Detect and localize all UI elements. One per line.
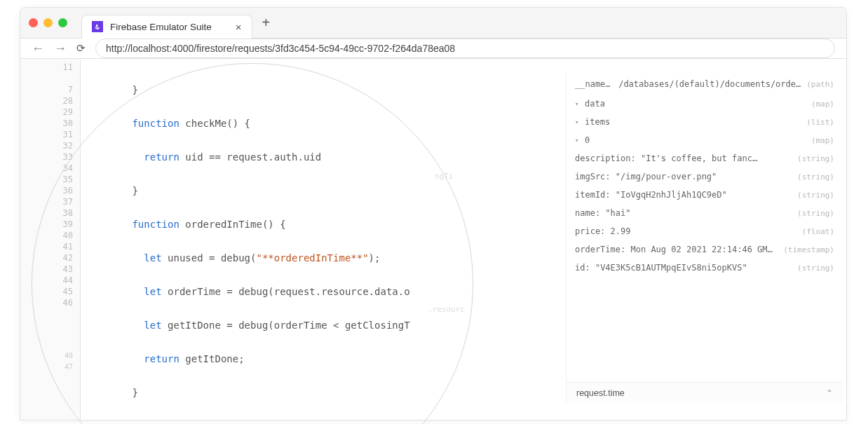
truncated-text: .resourc — [428, 304, 465, 315]
info-row-price[interactable]: price: 2.99 (float) — [567, 222, 843, 240]
forward-button[interactable]: → — [54, 41, 67, 56]
new-tab-button[interactable]: + — [262, 15, 271, 31]
info-row-name[interactable]: __name__: /databases/(default)/documents… — [567, 74, 843, 95]
request-time-section-header[interactable]: request.time ⌃ — [567, 382, 843, 403]
url-text: http://localhost:4000/firestore/requests… — [106, 43, 455, 54]
code-gutter: 117282930313233343536—373839404142434445… — [20, 59, 81, 420]
tab-bar: Firebase Emulator Suite × + — [20, 8, 846, 39]
firebase-favicon — [92, 21, 103, 32]
window-close-button[interactable] — [29, 18, 38, 27]
chevron-down-icon[interactable] — [575, 135, 582, 144]
tab-close-icon[interactable]: × — [236, 21, 242, 33]
address-bar: ← → ⟳ http://localhost:4000/firestore/re… — [20, 39, 846, 59]
info-row-index0[interactable]: 0 (map) — [567, 131, 843, 149]
chevron-down-icon[interactable] — [575, 99, 582, 108]
url-input[interactable]: http://localhost:4000/firestore/requests… — [95, 39, 835, 58]
window-zoom-button[interactable] — [58, 18, 67, 27]
reload-button[interactable]: ⟳ — [76, 42, 86, 55]
info-row-data[interactable]: data (map) — [567, 95, 843, 113]
info-row-imgsrc[interactable]: imgSrc: "/img/pour-over.png" (string) — [567, 167, 843, 186]
browser-tab[interactable]: Firebase Emulator Suite × — [81, 15, 252, 39]
chevron-down-icon[interactable] — [575, 117, 582, 126]
info-row-ordertime[interactable]: orderTime: Mon Aug 02 2021 22:14:46 GM… … — [567, 240, 843, 259]
info-row-description[interactable]: description: "It's coffee, but fanc… (st… — [567, 149, 843, 167]
back-button[interactable]: ← — [32, 41, 44, 56]
truncated-text: ngTi — [435, 171, 454, 182]
traffic-lights — [29, 18, 67, 27]
window-minimize-button[interactable] — [43, 18, 53, 27]
tab-title: Firebase Emulator Suite — [110, 22, 212, 32]
chevron-up-icon[interactable]: ⌃ — [826, 388, 833, 398]
info-row-items[interactable]: items (list) — [567, 113, 843, 131]
info-row-itemid[interactable]: itemId: "IoVgqH2nhJljAh1QC9eD" (string) — [567, 186, 843, 204]
request-data-panel: __name__: /databases/(default)/documents… — [566, 74, 843, 403]
info-row-id[interactable]: id: "V4E3K5cB1AUTMpqEIvS8ni5opKVS" (stri… — [567, 259, 843, 277]
info-row-name-item[interactable]: name: "hai" (string) — [567, 204, 843, 222]
